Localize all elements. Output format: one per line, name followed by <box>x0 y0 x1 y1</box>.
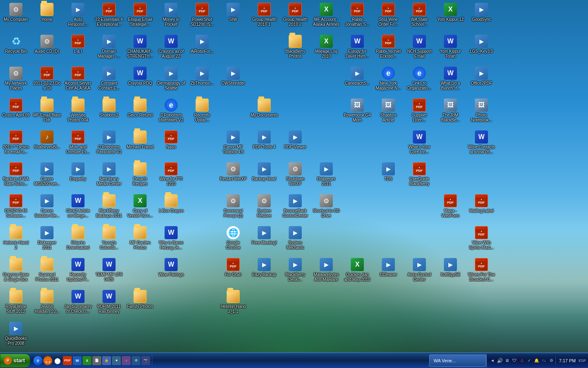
taskbar-ie-icon[interactable]: e <box>33 356 42 365</box>
desktop-icon-rabbi-jonathan[interactable]: ▲PDFRabbi Jonathan S... <box>342 1 372 32</box>
desktop-icon-canon-mg5200[interactable]: ▶Canon MG5200 ser... <box>32 160 62 191</box>
desktop-icon-mileage-log[interactable]: XMileage Log 2010 <box>311 33 341 64</box>
tray-icon-6[interactable]: ⚙ <box>548 357 555 364</box>
desktop-icon-0-roboform-pass[interactable]: ▶0 Roboform Passcards V2 <box>94 128 124 159</box>
desktop-icon-empathy[interactable]: ▶Empathy <box>63 160 93 191</box>
taskbar-icon-8[interactable]: 🔒 <box>102 356 111 365</box>
desktop-icon-shul-wine[interactable]: ▲PDFShul Wine Order Fo... <box>373 1 403 32</box>
desktop-icon-shiurim-downloaded[interactable]: Shiurim Downloaded <box>63 224 93 255</box>
desktop-icon-photo-notebook[interactable]: 🖼Photo Notebook... <box>466 96 497 128</box>
desktop-icon-canon-solution[interactable]: ▶Canon Solution Me... <box>32 192 62 223</box>
desktop-icon-mailing-label[interactable]: ▲PDFMailing Label <box>466 192 497 223</box>
desktop-icon-yom-kippur-torah[interactable]: WYom Kippur Torah <box>435 33 466 64</box>
desktop-icon-royal-wine[interactable]: Royal Wine Stuff 2012 <box>1 288 31 319</box>
desktop-icon-hebrein-hand-2-1-1[interactable]: Hebrein Hand 2_1.1 <box>218 288 248 319</box>
taskbar-icon-10[interactable]: ♪ <box>122 356 131 365</box>
desktop-icon-copy-vendor-list[interactable]: XCopy of Vendor list c... <box>125 192 155 223</box>
tray-speaker[interactable]: 🔊 <box>497 357 503 364</box>
desktop-icon-what-do-bunch[interactable]: WWhat Do a Bunch of , <box>435 65 466 96</box>
desktop-icon-eazy-backup[interactable]: ▶Eazy Backup <box>249 256 279 287</box>
desktop-icon-yom-kippur-12[interactable]: XYom Kippur 12 <box>435 1 466 32</box>
desktop-icon-airobofor[interactable]: ▶AiRoboFor... <box>187 33 217 64</box>
desktop-icon-backup-wa-state[interactable]: ▲PDFBackup of WA State Scho... <box>1 160 31 191</box>
desktop-icon-supplier-licen[interactable]: ▲PDFSupplier Licen... <box>404 96 434 128</box>
desktop-icon-blackberry-backups[interactable]: BlackBerry Backups 2011 <box>94 192 124 223</box>
desktop-icon-shabbos-article[interactable]: 🖼Shabbos Article <box>373 96 403 128</box>
tray-network[interactable]: 🖥 <box>504 357 510 364</box>
desktop-icon-zbthumbn[interactable]: ▶ZbThumbn... <box>187 65 217 96</box>
desktop-icon-recycle-bin[interactable]: ♻Recycle Bin <box>1 33 31 64</box>
desktop-icon-google-chrome[interactable]: 🌐Google Chrome <box>218 224 248 255</box>
taskbar-icon-5[interactable]: W <box>73 356 82 365</box>
desktop-icon-my-documents[interactable]: My Documents <box>249 96 279 128</box>
desktop-icon-command-prompt[interactable]: ⚙Command Prompt (2) <box>218 192 248 223</box>
taskbar-icon-7[interactable]: 📄 <box>92 356 101 365</box>
desktop-icon-free-meeting[interactable]: ▶Free Meeting! <box>249 224 279 255</box>
desktop-icon-alcohol-server[interactable]: ▲PDFAlcohol Server Cert ALASKA <box>63 65 93 96</box>
desktop-icon-rabbi-yechiel[interactable]: ▲PDFRabbi Yechiel Eckstei... <box>373 33 403 64</box>
desktop-icon-geico-refund[interactable]: Geico Refund <box>125 96 155 128</box>
desktop-icon-michael-friend[interactable]: Michael Friend <box>125 128 155 159</box>
desktop-icon-mf-account-alaska[interactable]: XMF Account - Alaska Airlines <box>311 1 341 32</box>
desktop-icon-domain-manager[interactable]: ▶Domain Manager -... <box>94 33 124 64</box>
desktop-icon-jan-summarey[interactable]: WJan Summarey of Checks i... <box>63 288 93 319</box>
desktop-icon-masa-webform[interactable]: ▲PDFMasa - WebForm <box>435 192 466 223</box>
desktop-icon-purim-2011[interactable]: WPURIM 2011 Rav Binney <box>94 288 124 319</box>
desktop-icon-dcsd40-46[interactable]: ▲PDFDCSD40-46 Software... <box>1 192 31 223</box>
desktop-icon-eulogy-david[interactable]: WEulogy for David Hym... <box>342 33 372 64</box>
tray-icon-3[interactable]: ✓ <box>526 357 532 364</box>
desktop-icon-powerbook-g4[interactable]: 🖼Powerbook G4 Mom <box>342 96 372 128</box>
desktop-icon-restart-winxp[interactable]: ⚙Restart WinXP <box>218 160 248 191</box>
desktop-icon-siw[interactable]: ▶SIW <box>218 1 248 32</box>
desktop-icon-group-health-2[interactable]: ▲PDFGroup Health 2010 2 <box>280 1 310 32</box>
desktop-icon-nch-support[interactable]: WNCH Support Email <box>404 33 434 64</box>
desktop-icon-userguide-blackberry[interactable]: ▲PDFUserGuide BlackBerry <box>404 160 434 191</box>
desktop-icon-pdf-tools-4[interactable]: ▶PDF-Tools 4 <box>249 128 279 159</box>
desktop-icon-tds[interactable]: ▶TDS <box>373 160 403 191</box>
desktop-icon-home[interactable]: Home <box>32 1 62 32</box>
tray-icon-4[interactable]: 🔔 <box>533 357 540 364</box>
desktop-icon-mute-unmute[interactable]: ▲PDFMute and Unmute Es... <box>63 128 93 159</box>
desktop-icon-mf-email-blast[interactable]: MF Email Blast Fldr <box>32 96 62 128</box>
desktop-icon-powershot[interactable]: ▲PDFPowerShot SD1200 IS... <box>187 1 217 32</box>
tray-expand[interactable]: ◄ <box>489 357 496 364</box>
desktop-icon-2011-02-23[interactable]: ▲PDF2011-02-23 Do or Di <box>32 65 62 96</box>
tray-language[interactable]: ESP <box>579 357 586 364</box>
desktop-icon-the-rim-blackberry[interactable]: 🖼The RIM BlackBe... <box>435 96 466 128</box>
desktop-icon-shutdown-winxp[interactable]: ⚙Shutdown WinXP <box>280 160 310 191</box>
desktop-icon-2010-7-tactics[interactable]: ▲PDF2010 7 Tactics for email u... <box>1 128 31 159</box>
taskbar-firefox-icon[interactable]: 🦊 <box>43 356 52 365</box>
desktop-icon-diskeeper-2011[interactable]: ▶Diskeeper 2011 <box>311 160 341 191</box>
desktop-icon-for-orah[interactable]: ▲PDFFor Orah <box>218 256 248 287</box>
desktop-icon-wine-pairings[interactable]: WWine Pairings <box>156 256 186 287</box>
taskbar-icon-6[interactable]: X <box>82 356 91 365</box>
desktop-icon-pesach-recipes[interactable]: Pesach Recipes <box>125 160 155 191</box>
desktop-icon-quickbooks[interactable]: ▶QuickBooks Pro 2008 <box>1 320 31 351</box>
desktop-icon-xoftspyse[interactable]: ▶XoftSpySE <box>435 256 466 287</box>
desktop-icon-system-mechanic[interactable]: ▶System Mechanic <box>280 224 310 255</box>
desktop-icon-naso[interactable]: ▲PDFNaso <box>156 128 186 159</box>
desktop-icon-wine-with-spirits[interactable]: ▲PDFWine With Spirits Mast... <box>466 224 497 255</box>
desktop-icon-l-and-i[interactable]: ▲PDFL & I <box>63 33 93 64</box>
taskbar-icon-9[interactable]: ★ <box>112 356 121 365</box>
desktop-icon-new-york-magazine[interactable]: eNew York Magazine N... <box>373 65 403 96</box>
desktop-icon-system-restore[interactable]: ⚙System Restore <box>249 192 279 223</box>
desktop-icon-blackberry-photos[interactable]: BlackBerry Photos <box>280 33 310 64</box>
desktop-icon-cwshredder[interactable]: ▶CWShredder <box>218 65 248 96</box>
desktop-icon-money-pocket[interactable]: ▶Money in Pocket <box>156 1 186 32</box>
system-clock[interactable]: 7:17 PM <box>557 358 578 363</box>
desktop-icon-jewish-holidays[interactable]: Jewish Holidays 20... <box>32 288 62 319</box>
taskbar-icon-11[interactable]: ⚙ <box>131 356 140 365</box>
desktop-icon-shalheves[interactable]: ♪ShalhevesBl... <box>32 128 62 159</box>
desktop-icon-recently-updated-p[interactable]: WRecently Updated P... <box>63 256 93 287</box>
desktop-icon-hebrein-hand-2[interactable]: Hebrein Hand 2 <box>1 224 31 255</box>
desktop-icon-canon-mf-toolbox[interactable]: ▶Canon MF Toolbox 4.9 <box>218 128 248 159</box>
desktop-icon-wines-broadest[interactable]: ▲PDFWines For The Broadest C... <box>466 256 497 287</box>
desktop-icon-dermatology[interactable]: ▶Dermatology of Seattle <box>156 65 186 96</box>
desktop-icon-malwarebytes[interactable]: ▶Malwarebytes Anti-Malware <box>311 256 341 287</box>
desktop-icon-eloqua[interactable]: ▲PDFEloqua Email Strategie... <box>125 1 155 32</box>
taskbar-icon-4[interactable]: PDF <box>63 356 72 365</box>
taskbar-chrome-icon[interactable]: ⬤ <box>53 356 62 365</box>
desktop-icon-crayons-case[interactable]: Crayons Case & Single Box <box>1 256 31 287</box>
desktop-icon-pdf-viewer[interactable]: ▶PDF-Viewer <box>280 128 310 159</box>
